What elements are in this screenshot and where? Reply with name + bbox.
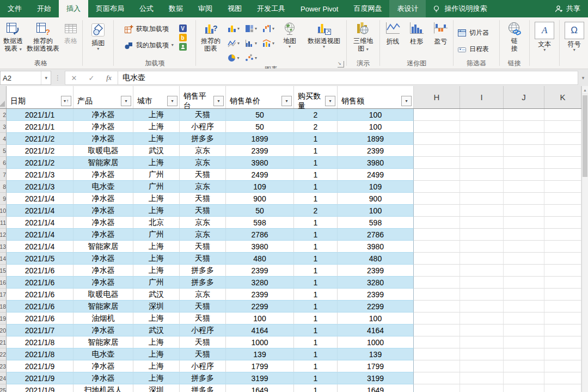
row-number[interactable]: 7: [0, 169, 7, 181]
cell[interactable]: 2021/1/5: [7, 253, 74, 265]
cell[interactable]: 2021/1/4: [7, 217, 74, 229]
cell[interactable]: 上海: [133, 157, 180, 169]
cell[interactable]: 3280: [226, 277, 294, 289]
cancel-icon[interactable]: ✕: [65, 74, 83, 82]
cell-empty[interactable]: [504, 384, 544, 392]
cell[interactable]: 净水器: [74, 253, 133, 265]
cell[interactable]: 净水器: [74, 121, 133, 133]
cell-empty[interactable]: [460, 301, 504, 313]
row-number[interactable]: 13: [0, 241, 7, 253]
column-chart-button[interactable]: ▾: [225, 21, 242, 36]
cell[interactable]: 3980: [226, 241, 294, 253]
cell[interactable]: 2021/1/6: [7, 277, 74, 289]
cell-empty[interactable]: [460, 133, 504, 145]
cell[interactable]: 1: [294, 169, 338, 181]
cell[interactable]: 2786: [338, 229, 414, 241]
cell[interactable]: 广州: [133, 181, 180, 193]
formula-bar-splitter[interactable]: ⋮: [51, 74, 65, 82]
row-number[interactable]: 3: [0, 121, 7, 133]
cell-empty[interactable]: [460, 384, 504, 392]
cell[interactable]: 广州: [133, 277, 180, 289]
scatter-chart-button[interactable]: ▾: [242, 51, 260, 65]
cell-empty[interactable]: [414, 133, 460, 145]
cell[interactable]: 100: [338, 313, 414, 324]
ribbon-tab-文件[interactable]: 文件: [0, 0, 29, 17]
cell[interactable]: 109: [226, 181, 294, 193]
share-button[interactable]: 共享: [547, 0, 588, 17]
cell[interactable]: 3980: [226, 157, 294, 169]
cell-empty[interactable]: [504, 241, 544, 253]
cell[interactable]: 1: [294, 241, 338, 253]
cell[interactable]: 2021/1/4: [7, 205, 74, 217]
cell[interactable]: 深圳: [133, 301, 180, 313]
ribbon-tab-插入[interactable]: 插入: [59, 0, 88, 17]
cell-empty[interactable]: [414, 384, 460, 392]
cell-empty[interactable]: [504, 336, 544, 348]
cell-empty[interactable]: [414, 145, 460, 157]
cell[interactable]: 武汉: [133, 324, 180, 336]
cell[interactable]: 50: [226, 121, 294, 133]
cell[interactable]: 2399: [226, 145, 294, 157]
cell[interactable]: 100: [338, 121, 414, 133]
cell-empty[interactable]: [414, 277, 460, 289]
cell[interactable]: 京东: [180, 289, 226, 301]
cell[interactable]: 拼多多: [180, 384, 226, 392]
cell[interactable]: 1799: [338, 360, 414, 372]
cell[interactable]: 天猫: [180, 253, 226, 265]
ribbon-tab-数据[interactable]: 数据: [161, 0, 191, 17]
cell[interactable]: 2021/1/2: [7, 133, 74, 145]
cell-empty[interactable]: [504, 157, 544, 169]
cell-empty[interactable]: [544, 109, 581, 121]
text-button[interactable]: A 文本 ▾: [531, 19, 558, 52]
cell[interactable]: 2021/1/3: [7, 181, 74, 193]
cell[interactable]: 2299: [338, 301, 414, 313]
cell[interactable]: 139: [338, 348, 414, 360]
cell[interactable]: 1: [294, 277, 338, 289]
cell-empty[interactable]: [504, 229, 544, 241]
cell[interactable]: 1: [294, 313, 338, 324]
sparkline-winloss-button[interactable]: 盈亏: [428, 19, 452, 46]
cell-empty[interactable]: [460, 265, 504, 277]
cell-empty[interactable]: [414, 324, 460, 336]
cell-empty[interactable]: [504, 277, 544, 289]
cell[interactable]: 京东: [180, 145, 226, 157]
cell-empty[interactable]: [504, 145, 544, 157]
row-number[interactable]: 4: [0, 133, 7, 145]
cell-empty[interactable]: [460, 229, 504, 241]
bar-chart-button[interactable]: ▾: [242, 36, 260, 51]
enter-icon[interactable]: ✓: [83, 74, 100, 82]
recommended-charts-button[interactable]: ? 推荐的 图表: [197, 19, 225, 52]
column-header-H[interactable]: H: [414, 86, 460, 108]
cell[interactable]: 50: [226, 205, 294, 217]
cell[interactable]: 广州: [133, 169, 180, 181]
cell-empty[interactable]: [504, 109, 544, 121]
cell[interactable]: 2021/1/1: [7, 109, 74, 121]
cell[interactable]: 2021/1/9: [7, 372, 74, 384]
cell[interactable]: 上海: [133, 241, 180, 253]
cell[interactable]: 上海: [133, 348, 180, 360]
cell[interactable]: 小程序: [180, 121, 226, 133]
cell[interactable]: 2: [294, 205, 338, 217]
visio-addin-icon[interactable]: V: [179, 24, 187, 32]
cell[interactable]: 139: [226, 348, 294, 360]
cell[interactable]: 拼多多: [180, 277, 226, 289]
cell-empty[interactable]: [544, 217, 581, 229]
cell-empty[interactable]: [460, 145, 504, 157]
cell[interactable]: 1649: [338, 384, 414, 392]
cell-empty[interactable]: [460, 205, 504, 217]
cell-empty[interactable]: [414, 217, 460, 229]
cell[interactable]: 京东: [180, 217, 226, 229]
cell[interactable]: 净水器: [74, 217, 133, 229]
combo-chart-button[interactable]: ▾: [260, 36, 277, 51]
cell-empty[interactable]: [504, 181, 544, 193]
cell-empty[interactable]: [414, 229, 460, 241]
cell-empty[interactable]: [544, 169, 581, 181]
cell[interactable]: 900: [226, 193, 294, 205]
cell-empty[interactable]: [544, 313, 581, 324]
cell-empty[interactable]: [544, 324, 581, 336]
pivot-table-button[interactable]: 数据透 视表 ▾: [0, 19, 26, 52]
cell-empty[interactable]: [460, 277, 504, 289]
cell-empty[interactable]: [544, 253, 581, 265]
cell[interactable]: 净水器: [74, 229, 133, 241]
cell-empty[interactable]: [414, 241, 460, 253]
